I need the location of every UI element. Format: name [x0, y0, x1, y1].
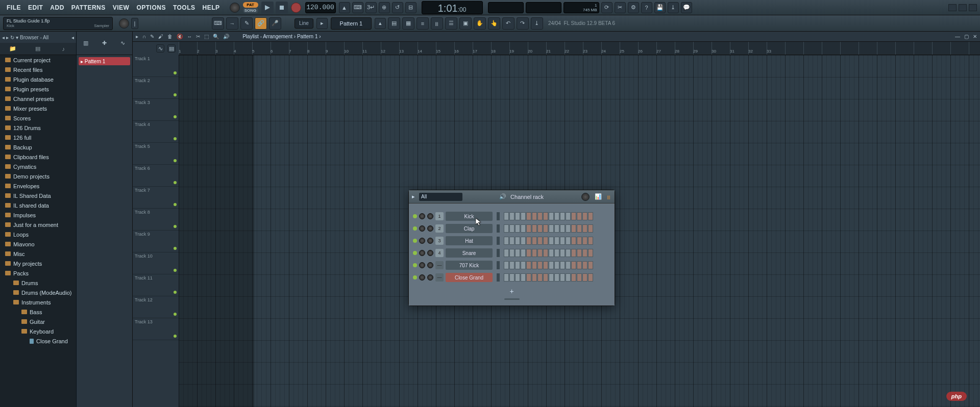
browser-item[interactable]: Backup: [0, 142, 76, 152]
step-cell[interactable]: [515, 224, 520, 233]
snap-chevron[interactable]: ▸: [316, 18, 328, 29]
browser-item[interactable]: Plugin presets: [0, 84, 76, 94]
typing-kb-icon[interactable]: ⌨: [212, 17, 224, 30]
step-cell[interactable]: [515, 249, 520, 257]
step-cell[interactable]: [526, 212, 531, 220]
step-cell[interactable]: [521, 237, 526, 245]
step-cell[interactable]: [509, 224, 514, 233]
song-pat-switch[interactable]: PAT SONG: [243, 2, 258, 13]
picker-auto-icon[interactable]: ∿: [116, 36, 130, 50]
browser-item[interactable]: Impulses: [0, 210, 76, 220]
step-cell[interactable]: [554, 224, 559, 233]
channel-route[interactable]: 3: [435, 237, 444, 245]
step-cell[interactable]: [582, 273, 587, 282]
step-cell[interactable]: [549, 237, 554, 245]
step-cell[interactable]: [549, 212, 554, 220]
track-header[interactable]: Track 1: [133, 55, 179, 77]
step-cell[interactable]: [504, 273, 509, 282]
delete-tool-icon[interactable]: 🗑: [167, 34, 173, 39]
step-cell[interactable]: [582, 212, 587, 220]
browser-item[interactable]: Recent files: [0, 65, 76, 74]
tempo-tapper-icon[interactable]: ✋: [474, 17, 486, 30]
browser-item[interactable]: Current project: [0, 55, 76, 65]
step-cell[interactable]: [543, 249, 548, 257]
browser-item[interactable]: 126 Drums: [0, 123, 76, 133]
track-mute-led[interactable]: [174, 137, 177, 140]
wait-input-icon[interactable]: ⌨: [352, 2, 363, 13]
track-mute-led[interactable]: [174, 335, 177, 338]
channel-vol-knob[interactable]: [427, 238, 433, 244]
step-cell[interactable]: [549, 224, 554, 233]
step-cell[interactable]: [521, 224, 526, 233]
channel-route[interactable]: 4: [435, 249, 444, 257]
track-header[interactable]: Track 7: [133, 187, 179, 209]
step-cell[interactable]: [582, 249, 587, 257]
track-header[interactable]: Track 2: [133, 77, 179, 99]
step-cell[interactable]: [543, 237, 548, 245]
menu-tools[interactable]: TOOLS: [169, 4, 199, 11]
channel-mute-led[interactable]: [413, 251, 417, 255]
step-cell[interactable]: [571, 237, 576, 245]
step-cell[interactable]: [537, 212, 543, 220]
browser-item[interactable]: Close Grand: [0, 336, 76, 346]
step-cell[interactable]: [554, 212, 559, 220]
step-cell[interactable]: [526, 237, 531, 245]
channel-name-button[interactable]: Snare: [446, 248, 493, 258]
step-cell[interactable]: [560, 261, 565, 269]
browser-item[interactable]: Scores: [0, 113, 76, 123]
step-cell[interactable]: [543, 212, 548, 220]
stop-button[interactable]: [276, 2, 288, 14]
channel-pan-knob[interactable]: [419, 238, 425, 244]
clip-icon[interactable]: ✎: [240, 17, 253, 30]
step-cell[interactable]: [560, 237, 565, 245]
step-cell[interactable]: [526, 224, 531, 233]
step-cell[interactable]: [532, 249, 537, 257]
step-cell[interactable]: [532, 224, 537, 233]
step-cell[interactable]: [577, 249, 582, 257]
menu-help[interactable]: HELP: [199, 4, 224, 11]
browser-item[interactable]: Keyboard: [0, 326, 76, 336]
step-cell[interactable]: [549, 261, 554, 269]
step-cell[interactable]: [577, 261, 582, 269]
ruler-pat-icon[interactable]: ▤: [167, 44, 176, 53]
channel-mute-led[interactable]: [413, 214, 417, 218]
step-cell[interactable]: [577, 224, 582, 233]
step-cell[interactable]: [588, 224, 593, 233]
step-cell[interactable]: [566, 237, 571, 245]
save-icon[interactable]: 💾: [654, 2, 666, 13]
countdown-icon[interactable]: 3↵: [365, 2, 377, 13]
step-cell[interactable]: [537, 224, 543, 233]
ruler-wave-icon[interactable]: ∿: [156, 44, 164, 53]
browser-item[interactable]: Bass: [0, 307, 76, 317]
step-cell[interactable]: [571, 224, 576, 233]
playback-tool-icon[interactable]: 🔊: [223, 34, 229, 39]
step-cell[interactable]: [588, 212, 593, 220]
step-cell[interactable]: [549, 249, 554, 257]
step-cell[interactable]: [549, 273, 554, 282]
metronome-icon[interactable]: ▲: [339, 2, 350, 13]
step-cell[interactable]: [554, 249, 559, 257]
magnet-icon[interactable]: ∩: [142, 34, 146, 39]
browser-item[interactable]: Drums (ModeAudio): [0, 288, 76, 297]
browser-item[interactable]: Cymatics: [0, 162, 76, 171]
cr-speaker-icon[interactable]: 🔊: [499, 193, 506, 200]
browser-item[interactable]: Miavono: [0, 239, 76, 249]
step-cell[interactable]: [588, 249, 593, 257]
channel-pan-knob[interactable]: [419, 250, 425, 256]
picker-item[interactable]: ▸ Pattern 1: [79, 57, 130, 65]
channel-mute-led[interactable]: [413, 275, 417, 279]
menu-add[interactable]: ADD: [46, 4, 68, 11]
step-cell[interactable]: [532, 273, 537, 282]
browser-item[interactable]: Loops: [0, 230, 76, 239]
midi-out-icon[interactable]: 🎤: [269, 17, 281, 30]
channel-name-button[interactable]: 707 Kick: [446, 261, 493, 270]
midi-settings-icon[interactable]: ⚙: [628, 2, 639, 13]
step-cell[interactable]: [566, 212, 571, 220]
step-cell[interactable]: [582, 224, 587, 233]
channel-route[interactable]: —: [435, 273, 444, 282]
channel-vol-knob[interactable]: [427, 274, 433, 281]
browser-list[interactable]: Current projectRecent filesPlugin databa…: [0, 55, 76, 407]
step-cell[interactable]: [532, 237, 537, 245]
picker-patterns-icon[interactable]: ▥: [79, 36, 93, 50]
track-mute-led[interactable]: [174, 269, 177, 272]
